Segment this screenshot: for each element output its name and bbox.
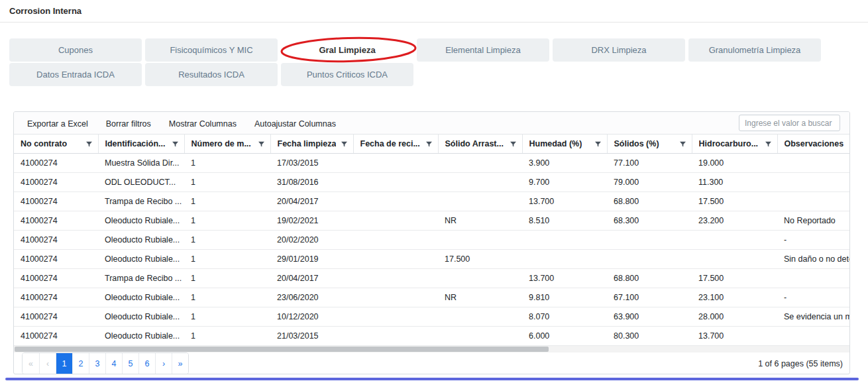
cell: 1 — [184, 231, 270, 250]
tab-cupones[interactable]: Cupones — [9, 38, 142, 62]
cell: Se evidencia un m — [777, 307, 849, 327]
toolbar-button-borrar-filtros[interactable]: Borrar filtros — [106, 119, 151, 129]
cell: 68.800 — [607, 269, 692, 288]
table-row[interactable]: 41000274Muestra Sólida Dir...117/03/2015… — [14, 154, 849, 173]
cell: 20/04/2017 — [270, 269, 353, 288]
cell — [353, 192, 438, 211]
column-label: No contrato — [21, 139, 67, 148]
filter-icon[interactable] — [85, 140, 93, 148]
column-header-fecha-de-reci: Fecha de reci... — [353, 135, 438, 154]
tab-resultados-icda[interactable]: Resultados ICDA — [145, 63, 278, 86]
cell: 68.300 — [607, 211, 692, 231]
cell — [777, 173, 849, 192]
cell — [353, 269, 438, 288]
column-header-hidrocarburo: Hidrocarburo... — [692, 135, 777, 154]
cell: NR — [438, 211, 522, 231]
pager-last-icon[interactable]: » — [172, 353, 188, 374]
table-row[interactable]: 41000274Oleoducto Rubiale...120/02/2020- — [14, 231, 849, 250]
cell: 41000274 — [14, 173, 98, 192]
cell — [438, 231, 522, 250]
grid-toolbar: Exportar a ExcelBorrar filtrosMostrar Co… — [14, 112, 849, 135]
filter-icon[interactable] — [679, 140, 686, 148]
table-row[interactable]: 41000274Oleoducto Rubiale...121/03/20156… — [14, 327, 849, 346]
cell: - — [777, 288, 849, 307]
pager-next-icon[interactable]: › — [155, 353, 172, 374]
table-row[interactable]: 41000274ODL OLEODUCT...131/08/20169.7007… — [14, 173, 849, 192]
pager-first-icon[interactable]: « — [23, 353, 39, 374]
cell: 67.100 — [607, 288, 692, 307]
filter-icon[interactable] — [172, 140, 179, 148]
cell: 17.500 — [438, 250, 522, 269]
column-label: Fecha limpieza — [278, 139, 337, 148]
cell: 31/08/2016 — [270, 173, 353, 192]
cell: 1 — [184, 307, 270, 327]
cell — [522, 231, 607, 250]
cell: 9.810 — [522, 288, 607, 307]
cell — [353, 250, 438, 269]
filter-icon[interactable] — [341, 140, 348, 148]
cell: Trampa de Recibo ... — [98, 269, 184, 288]
cell — [692, 250, 777, 269]
column-label: Hidrocarburo... — [699, 139, 759, 148]
cell: 41000274 — [14, 231, 98, 250]
cell: 1 — [184, 211, 270, 231]
cell: 17.500 — [692, 269, 777, 288]
tab-datos-entrada-icda[interactable]: Datos Entrada ICDA — [9, 63, 142, 86]
cell: 80.300 — [607, 327, 692, 346]
table-row[interactable]: 41000274Oleoducto Rubiale...129/01/20191… — [14, 250, 849, 269]
horizontal-scrollbar[interactable] — [14, 346, 849, 353]
cell: 23.200 — [692, 211, 777, 231]
cell: 3.900 — [522, 154, 607, 173]
pager-page-2[interactable]: 2 — [72, 353, 89, 374]
pager: «‹123456›» — [22, 353, 189, 374]
cell: 28.000 — [692, 307, 777, 327]
table-row[interactable]: 41000274Oleoducto Rubiale...110/12/20208… — [14, 307, 849, 327]
filter-icon[interactable] — [425, 140, 433, 148]
filter-icon[interactable] — [258, 140, 265, 148]
cell: 17.500 — [692, 192, 777, 211]
scrollbar-thumb[interactable] — [15, 347, 549, 352]
cell — [777, 327, 849, 346]
filter-icon[interactable] — [594, 140, 602, 148]
column-label: Número de m... — [191, 139, 251, 148]
column-header-humedad: Humedad (%) — [522, 135, 607, 154]
tab-elemental-limpieza[interactable]: Elemental Limpieza — [417, 38, 549, 62]
toolbar-button-exportar-a-excel[interactable]: Exportar a Excel — [27, 119, 88, 129]
pager-page-1[interactable]: 1 — [56, 353, 72, 374]
tab-granulometria-limpieza[interactable]: Granulometría Limpieza — [688, 38, 821, 62]
cell: Oleoducto Rubiale... — [98, 250, 184, 269]
table-row[interactable]: 41000274Trampa de Recibo ...120/04/20171… — [14, 192, 849, 211]
table-row[interactable]: 41000274Oleoducto Rubiale...123/06/2020N… — [14, 288, 849, 307]
tab-drx-limpieza[interactable]: DRX Limpieza — [553, 38, 685, 62]
cell — [438, 192, 522, 211]
pager-page-5[interactable]: 5 — [122, 353, 138, 374]
page-title: Corrosion Interna — [9, 6, 81, 16]
cell — [353, 327, 438, 346]
cell: 1 — [184, 269, 270, 288]
cell — [353, 307, 438, 327]
tab-puntos-criticos-icda[interactable]: Puntos Criticos ICDA — [281, 63, 413, 86]
filter-icon[interactable] — [765, 140, 772, 148]
cell — [522, 250, 607, 269]
tab-gral-limpieza[interactable]: Gral Limpieza — [281, 38, 413, 62]
table-row[interactable]: 41000274Oleoducto Rubiale...119/02/2021N… — [14, 211, 849, 231]
cell: 41000274 — [14, 154, 98, 173]
pager-page-6[interactable]: 6 — [138, 353, 155, 374]
pager-prev-icon[interactable]: ‹ — [39, 353, 56, 374]
cell: 11.300 — [692, 173, 777, 192]
tab-fisicoquimicos-y-mic[interactable]: Fisicoquímicos Y MIC — [145, 38, 278, 62]
cell: 20/02/2020 — [270, 231, 353, 250]
toolbar-button-mostrar-columnas[interactable]: Mostrar Columnas — [169, 119, 237, 129]
cell: 41000274 — [14, 327, 98, 346]
cell: 63.900 — [607, 307, 692, 327]
pager-page-3[interactable]: 3 — [89, 353, 105, 374]
cell — [692, 231, 777, 250]
cell: Oleoducto Rubiale... — [98, 288, 184, 307]
search-input[interactable] — [739, 115, 840, 131]
toolbar-button-autoajustar-columnas[interactable]: Autoajustar Columnas — [254, 119, 336, 129]
pager-page-4[interactable]: 4 — [105, 353, 122, 374]
column-label: Observaciones — [785, 139, 844, 148]
cell: 1 — [184, 192, 270, 211]
filter-icon[interactable] — [510, 140, 517, 148]
table-row[interactable]: 41000274Trampa de Recibo ...120/04/20171… — [14, 269, 849, 288]
